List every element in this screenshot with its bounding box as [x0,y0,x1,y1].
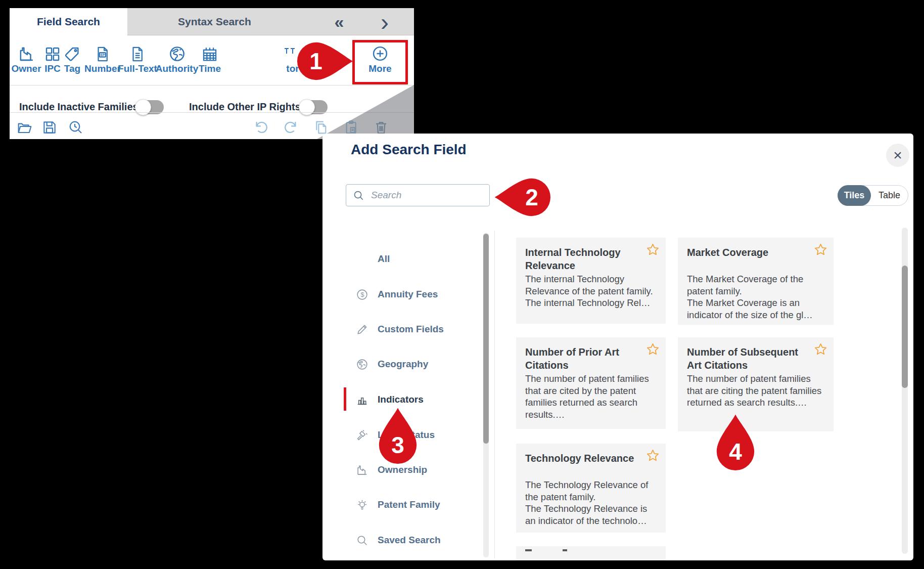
open-search-button[interactable] [14,117,34,138]
save-search-button[interactable] [39,117,60,138]
category-ownership[interactable]: Ownership [349,460,485,480]
clipped-text-mark [563,549,567,551]
favorite-star-icon[interactable] [814,342,827,356]
tile-title: Technology Relevance [525,452,646,478]
tile-clipped[interactable] [516,546,666,560]
search-box[interactable] [346,184,490,206]
category-label: Annuity Fees [378,289,438,300]
category-geography[interactable]: Geography [349,354,485,374]
tile-market-coverage[interactable]: Market Coverage The Market Coverage of t… [678,238,834,325]
divider [10,112,414,113]
category-label: Indicators [378,394,424,405]
favorite-star-icon[interactable] [646,449,660,462]
collapse-panel-button[interactable]: « [329,8,349,35]
close-button[interactable]: × [886,144,909,167]
redo-button[interactable] [282,117,302,138]
tile-title: Internal Technology Relevance [525,246,646,272]
category-label: Legal Status [378,429,435,441]
category-all[interactable]: All [349,249,485,269]
field-search-panel: Field Search Syntax Search « › Owner [10,8,414,139]
pencil-icon [356,323,371,336]
close-icon: × [893,147,902,164]
toggle-other-ip-rights-label: Include Other IP Rights [189,101,301,113]
tab-field-search[interactable]: Field Search [10,8,127,35]
category-custom-fields[interactable]: Custom Fields [349,319,485,339]
category-label: Ownership [378,464,427,475]
tile-description: The number of patent families that are c… [525,373,657,421]
magnifier-icon [356,534,371,547]
more-highlight-box [352,40,408,84]
toolbar-item-label: tor [265,63,320,74]
category-indicators[interactable]: Indicators [349,389,485,410]
toolbar-item-time[interactable]: Time [182,43,238,74]
tile-description: The number of patent families that are c… [687,373,824,409]
add-search-field-modal: Add Search Field × Tiles Table All $ [322,134,913,560]
selected-category-marker [344,387,346,411]
category-label: Patent Family [378,499,440,510]
category-label: All [378,253,390,265]
favorite-star-icon[interactable] [814,243,827,256]
category-label: Geography [378,359,428,370]
double-chevron-left-icon: « [335,12,344,32]
category-legal-status[interactable]: Legal Status [349,425,485,445]
tile-description: The Market Coverage of the patent family… [687,273,824,321]
gavel-icon [356,429,371,442]
divider [10,85,414,85]
undo-icon [252,119,268,136]
search-history-button[interactable] [66,117,86,138]
view-toggle: Tiles Table [838,185,908,206]
view-toggle-table[interactable]: Table [871,190,908,201]
content-scrollbar[interactable] [902,228,908,554]
lightbulb-icon [356,499,371,511]
toolbar-item-label: Time [182,63,238,74]
tile-description: The internal Technology Relevance of the… [525,273,657,309]
search-history-icon [68,119,84,136]
favorite-star-icon[interactable] [646,342,660,356]
search-icon [353,190,364,201]
tile-title: Market Coverage [687,246,813,272]
partially-hidden-icon [265,43,320,63]
tile-title: Number of Subsequent Art Citations [687,345,813,372]
folder-icon [16,119,32,136]
category-annuity-fees[interactable]: $ Annuity Fees [349,284,485,304]
tile-number-of-subsequent-art-citations[interactable]: Number of Subsequent Art Citations The n… [678,337,834,431]
svg-text:$: $ [360,291,364,298]
category-label: Saved Search [378,535,441,546]
bar-chart-icon [356,393,371,406]
undo-button[interactable] [250,117,270,138]
toggle-inactive-families-label: Include Inactive Families [19,101,138,113]
tile-description: The Technology Relevance of the patent f… [525,479,657,527]
category-patent-family[interactable]: Patent Family [349,495,485,515]
view-toggle-tiles[interactable]: Tiles [838,185,871,206]
tab-syntax-search[interactable]: Syntax Search [127,8,414,35]
toggle-knob [135,99,151,115]
globe-icon [356,358,371,371]
save-icon [41,119,58,136]
content-scrollbar-thumb[interactable] [902,266,908,388]
chevron-right-icon: › [381,8,389,36]
category-label: Custom Fields [378,324,444,335]
modal-title: Add Search Field [351,142,467,158]
tile-number-of-prior-art-citations[interactable]: Number of Prior Art Citations The number… [516,337,666,429]
ep-icon-text: EP [101,53,105,57]
screen: Field Search Syntax Search « › Owner [0,0,924,569]
toolbar-item-hidden-partial[interactable]: tor [265,43,320,74]
tab-field-search-label: Field Search [37,16,100,28]
tab-syntax-search-label: Syntax Search [178,16,251,28]
tile-technology-relevance[interactable]: Technology Relevance The Technology Rele… [516,444,666,533]
divider [494,231,495,558]
toggle-knob [299,99,315,115]
redo-icon [284,119,300,136]
next-panel-button[interactable]: › [375,8,395,39]
clipped-text-mark [525,549,532,551]
factory-icon [356,464,371,476]
category-saved-search[interactable]: Saved Search [349,530,485,550]
tile-internal-technology-relevance[interactable]: Internal Technology Relevance The intern… [516,238,666,324]
calendar-icon [182,43,238,63]
search-input[interactable] [370,189,473,201]
tile-title: Number of Prior Art Citations [525,345,646,372]
favorite-star-icon[interactable] [646,243,660,256]
sidebar-scrollbar-thumb[interactable] [483,234,489,444]
dollar-circle-icon: $ [356,288,371,301]
sidebar-scrollbar[interactable] [483,233,489,557]
